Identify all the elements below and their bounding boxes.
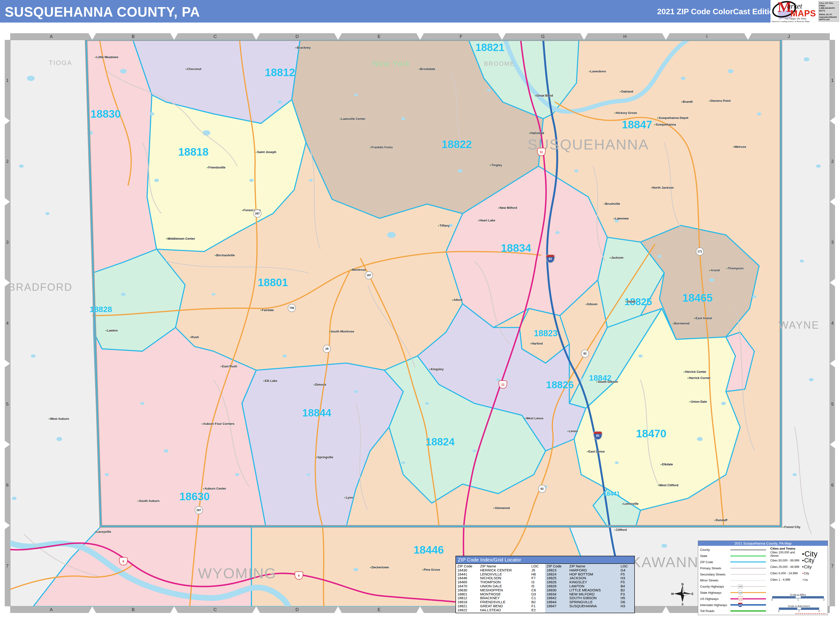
legend-line-sample	[730, 592, 766, 593]
ruler-notch	[88, 606, 96, 613]
zip-grid-loc: D6	[620, 600, 633, 604]
zip-index-row: 18812BRACKNEYC1	[457, 596, 544, 600]
lake	[809, 378, 813, 381]
contact-line: 1-888-434-MAPS (6277)	[819, 7, 839, 12]
legend-city-row: Cities 25,000 - 49,999City	[770, 564, 826, 570]
city-dot-icon	[802, 579, 803, 580]
lake	[615, 461, 619, 464]
zip-code: 18465	[457, 580, 480, 584]
marketmaps-logo: M arket MAPS On Target. On Time. America…	[771, 0, 818, 22]
lake	[105, 473, 109, 476]
zip-name: THOMPSON	[480, 580, 531, 584]
zip-index-row: 18630MESHOPPENC6	[457, 588, 544, 592]
lake	[140, 402, 144, 405]
grid-column-label: F	[460, 34, 462, 39]
zip-index-header: LOC	[620, 564, 633, 568]
ruler-notch	[5, 117, 10, 125]
ruler-notch	[498, 33, 506, 40]
zip-index-row: 18446NICHOLSONF7	[457, 576, 544, 580]
scale-tick: 1	[798, 610, 800, 613]
legend-label: Secondary Streets	[700, 573, 730, 576]
grid-column-label: B	[132, 607, 135, 612]
zip-name: HARFORD	[569, 568, 620, 573]
zip-code: 18430	[457, 568, 480, 573]
legend-city-row: Cities 50,000 - 99,999City	[770, 557, 826, 564]
logo-tagline: On Target. On Time.	[785, 17, 807, 20]
zip-index-header: LOC	[531, 564, 544, 568]
zip-index-row: 18821GREAT BENDF1	[457, 604, 544, 608]
grid-row-label: 3	[831, 240, 834, 245]
zip-name: UNION DALE	[480, 584, 531, 588]
lake	[473, 449, 476, 452]
grid-row-label: 3	[6, 240, 9, 245]
lake	[401, 461, 405, 464]
lake	[307, 473, 310, 476]
grid-ruler-top: ABCDEFGHIJ	[10, 33, 830, 40]
zip-index-row: 18465THOMPSONI3	[457, 580, 544, 584]
logo-subtitle: America's Leading Source of Business Map…	[771, 20, 818, 22]
ruler-notch	[5, 279, 10, 286]
lake	[354, 93, 358, 96]
zip-grid-loc: H3	[620, 604, 633, 608]
grid-row-label: 5	[6, 401, 9, 407]
lake	[556, 231, 560, 234]
grid-row-label: 7	[831, 563, 834, 568]
zip-code: 18825	[547, 576, 569, 580]
lake	[309, 179, 312, 182]
legend-city-row: Cities 100,000 and AboveCity	[770, 551, 826, 557]
legend-shield-icon: 123	[738, 590, 743, 595]
zip-code: 18834	[547, 592, 569, 596]
lake	[164, 449, 168, 453]
ruler-notch	[252, 606, 260, 613]
lake	[752, 295, 756, 298]
legend-label: ZIP Code	[700, 560, 730, 564]
grid-row-label: 5	[831, 401, 834, 407]
legend-row-us-hwy: US Highways123	[700, 596, 769, 602]
zip-index-row: 18801MONTROSED3	[457, 592, 544, 596]
grid-column-label: H	[623, 34, 626, 39]
grid-row-label: 6	[6, 483, 9, 488]
lake	[681, 77, 685, 80]
contact-line: mapsales@MarketMAPS.com	[819, 16, 839, 21]
ruler-notch	[662, 606, 670, 613]
page-title: SUSQUEHANNA COUNTY, PA	[5, 0, 200, 22]
legend-line-sample	[730, 586, 766, 587]
zip-name: NEW MILFORD	[569, 592, 620, 596]
ruler-notch	[744, 33, 752, 40]
lake	[354, 390, 358, 393]
zip-code: 18470	[457, 584, 480, 588]
zip-index-header-row: ZIP CodeZIP NameLOC	[457, 564, 544, 568]
lake	[425, 402, 429, 404]
zip-name: HALLSTEAD	[480, 608, 531, 612]
legend-label: US Highways	[700, 597, 730, 601]
lake	[544, 485, 548, 488]
zip-index-left-column: ZIP CodeZIP NameLOC18430HERRICK CENTERJ5…	[456, 564, 545, 613]
lake	[638, 354, 643, 358]
zip-index-row: 18822HALLSTEADE2	[457, 608, 544, 612]
zip-grid-loc: B4	[620, 584, 633, 588]
grid-column-label: I	[706, 34, 707, 39]
legend-line-items: CountyStateZIP CodePrimary StreetsSecond…	[698, 546, 769, 615]
legend-city-label: Cities 100,000 and Above	[770, 551, 802, 558]
lake	[458, 169, 463, 173]
lake	[277, 100, 282, 104]
legend-line-sample	[730, 580, 766, 581]
zip-index-row: 18470UNION DALEI5	[457, 584, 544, 588]
ruler-notch	[416, 33, 424, 40]
grid-column-label: D	[295, 34, 299, 39]
zip-name: HERRICK CENTER	[480, 568, 531, 573]
zip-name: SOUTH GIBSON	[569, 596, 620, 600]
lake	[657, 255, 662, 258]
grid-ruler-right: 1234567	[830, 40, 835, 606]
zip-index-row: 18430HERRICK CENTERJ5	[457, 568, 544, 573]
grid-row-label: 2	[831, 159, 834, 164]
lake	[56, 437, 62, 441]
lake	[354, 568, 358, 571]
legend-row-county-hwy: County Highways123	[700, 583, 769, 590]
grid-column-label: C	[214, 607, 217, 612]
lake	[31, 354, 35, 358]
grid-column-label: A	[50, 34, 53, 39]
lake	[721, 402, 726, 405]
map-page: NESW TIOGANew YorkBROOMEBRADFORDSUSQUEHA…	[0, 0, 840, 617]
grid-column-label: E	[377, 34, 380, 39]
